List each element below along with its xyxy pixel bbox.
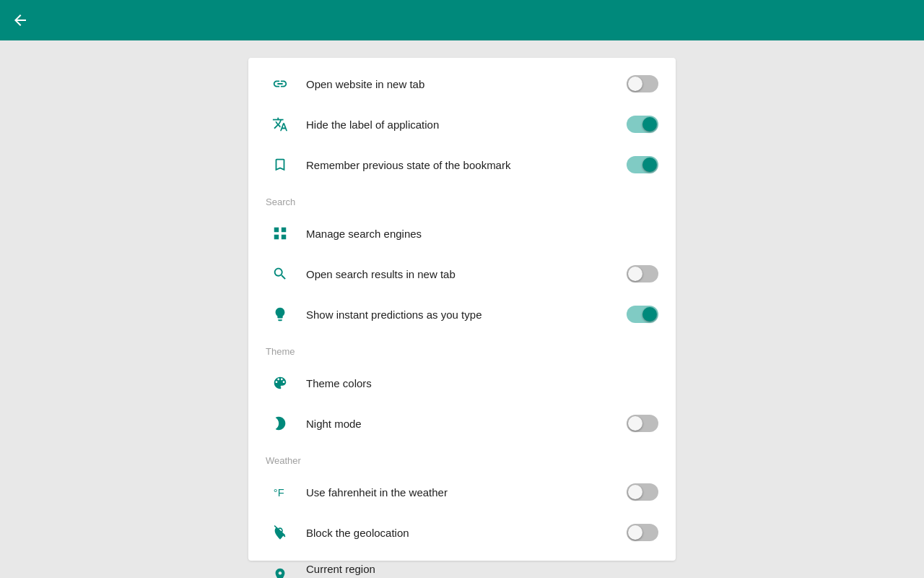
hide-label-application-toggle[interactable]: [627, 116, 658, 133]
moon-icon: [266, 415, 295, 431]
link-icon: [266, 76, 295, 92]
settings-row-manage-search-engines[interactable]: Manage search engines: [248, 213, 676, 254]
section-label-search: Search: [248, 185, 676, 213]
block-geolocation-label: Block the geolocation: [306, 527, 615, 539]
open-search-results-new-tab-label: Open search results in new tab: [306, 268, 615, 280]
show-instant-predictions-toggle[interactable]: [627, 306, 658, 323]
use-fahrenheit-label: Use fahrenheit in the weather: [306, 486, 615, 499]
search-icon: [266, 266, 295, 282]
section-label-weather: Weather: [248, 444, 676, 472]
settings-row-show-instant-predictions[interactable]: Show instant predictions as you type: [248, 294, 676, 335]
settings-row-theme-colors[interactable]: Theme colors: [248, 363, 676, 403]
page-content: Open website in new tabHide the label of…: [0, 40, 924, 578]
grid-icon: [266, 225, 295, 241]
settings-row-current-region[interactable]: Current regionLos Angeles: [248, 553, 676, 578]
location-off-icon: [266, 525, 295, 540]
settings-row-hide-label-application[interactable]: Hide the label of application: [248, 104, 676, 144]
settings-row-remember-bookmark[interactable]: Remember previous state of the bookmark: [248, 144, 676, 185]
settings-row-block-geolocation[interactable]: Block the geolocation: [248, 512, 676, 553]
open-website-new-tab-toggle[interactable]: [627, 75, 658, 92]
use-fahrenheit-toggle[interactable]: [627, 483, 658, 501]
remember-bookmark-label: Remember previous state of the bookmark: [306, 159, 615, 171]
night-mode-toggle[interactable]: [627, 415, 658, 432]
app-header: [0, 0, 924, 40]
settings-row-use-fahrenheit[interactable]: °FUse fahrenheit in the weather: [248, 472, 676, 512]
night-mode-label: Night mode: [306, 418, 615, 430]
current-region-label: Current region: [306, 563, 647, 575]
settings-row-open-search-results-new-tab[interactable]: Open search results in new tab: [248, 254, 676, 294]
settings-row-open-website-new-tab[interactable]: Open website in new tab: [248, 64, 676, 104]
section-label-theme: Theme: [248, 335, 676, 363]
palette-icon: [266, 375, 295, 391]
open-website-new-tab-label: Open website in new tab: [306, 78, 615, 90]
location-icon: [266, 567, 295, 578]
bookmark-icon: [266, 157, 295, 173]
bulb-icon: [266, 306, 295, 322]
back-button[interactable]: [12, 12, 29, 29]
hide-label-application-label: Hide the label of application: [306, 118, 615, 131]
block-geolocation-toggle[interactable]: [627, 524, 658, 541]
show-instant-predictions-label: Show instant predictions as you type: [306, 309, 615, 321]
settings-row-night-mode[interactable]: Night mode: [248, 403, 676, 444]
manage-search-engines-label: Manage search engines: [306, 228, 647, 240]
theme-colors-label: Theme colors: [306, 377, 647, 389]
text-icon: [266, 116, 295, 132]
svg-text:°F: °F: [274, 487, 284, 499]
open-search-results-new-tab-toggle[interactable]: [627, 265, 658, 282]
settings-card: Open website in new tabHide the label of…: [248, 58, 676, 561]
remember-bookmark-toggle[interactable]: [627, 156, 658, 173]
fahrenheit-icon: °F: [266, 484, 295, 500]
